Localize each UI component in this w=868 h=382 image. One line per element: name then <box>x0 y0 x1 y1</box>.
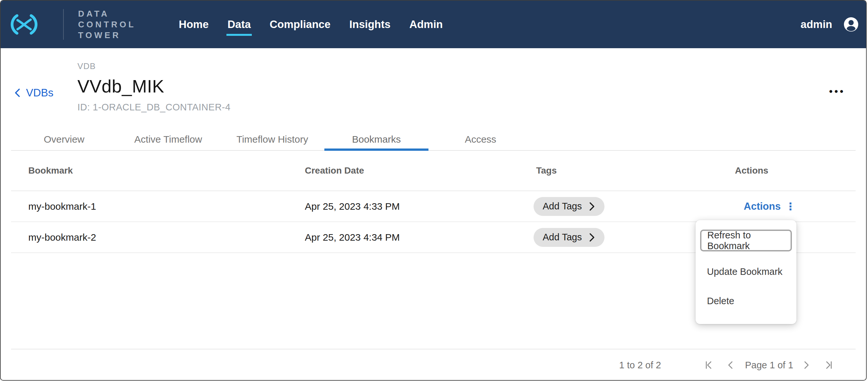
actions-menu: Refresh to Bookmark Update Bookmark Dele… <box>695 220 797 324</box>
brand-line: DATA <box>78 8 136 19</box>
next-page-button[interactable] <box>800 359 812 371</box>
user-avatar-icon[interactable] <box>843 17 859 32</box>
column-header-bookmark: Bookmark <box>11 166 288 176</box>
user-name: admin <box>801 18 832 31</box>
nav-item-insights[interactable]: Insights <box>349 18 391 31</box>
nav-user-area: admin <box>801 17 859 32</box>
last-page-button[interactable] <box>823 359 835 371</box>
kebab-menu-icon: ⋮ <box>785 201 796 212</box>
add-tags-label: Add Tags <box>542 232 582 243</box>
add-tags-label: Add Tags <box>542 201 582 212</box>
breadcrumb-back-link[interactable]: VDBs <box>14 87 53 99</box>
bookmark-name: my-bookmark-1 <box>11 201 288 212</box>
tab-overview[interactable]: Overview <box>12 129 116 150</box>
chevron-right-icon <box>588 202 595 211</box>
row-actions-label: Actions <box>744 201 781 212</box>
nav-item-data[interactable]: Data <box>227 18 251 31</box>
brand-title: DATA CONTROL TOWER <box>78 8 136 41</box>
page-title: VVdb_MIK <box>78 76 231 97</box>
more-actions-icon[interactable]: ••• <box>829 86 845 97</box>
nav-item-compliance[interactable]: Compliance <box>270 18 331 31</box>
entity-id: ID: 1-ORACLE_DB_CONTAINER-4 <box>78 102 231 113</box>
nav-item-admin[interactable]: Admin <box>409 18 443 31</box>
table-header-row: Bookmark Creation Date Tags Actions <box>11 151 856 191</box>
add-tags-button[interactable]: Add Tags <box>533 228 604 247</box>
creation-date: Apr 25, 2023 4:34 PM <box>288 232 519 243</box>
first-page-button[interactable] <box>703 359 714 371</box>
brand: DATA CONTROL TOWER <box>1 8 136 41</box>
table-row: my-bookmark-1 Apr 25, 2023 4:33 PM Add T… <box>11 191 856 222</box>
menu-item-delete[interactable]: Delete <box>695 296 797 306</box>
last-page-icon <box>823 359 835 371</box>
top-nav: DATA CONTROL TOWER Home Data Compliance … <box>1 1 866 48</box>
breadcrumb-label: VDBs <box>26 87 53 99</box>
chevron-right-icon <box>800 359 812 371</box>
tab-timeflow-history[interactable]: Timeflow History <box>220 129 324 150</box>
delphix-logo-icon <box>8 14 40 35</box>
chevron-right-icon <box>588 233 595 242</box>
tab-active-timeflow[interactable]: Active Timeflow <box>116 129 220 150</box>
brand-line: TOWER <box>78 30 136 41</box>
row-actions-button[interactable]: Actions ⋮ <box>744 201 796 212</box>
entity-type-label: VDB <box>78 61 231 71</box>
bookmark-name: my-bookmark-2 <box>11 232 288 243</box>
nav-item-home[interactable]: Home <box>179 18 209 31</box>
creation-date: Apr 25, 2023 4:33 PM <box>288 201 519 212</box>
pagination-bar: 1 to 2 of 2 Page 1 of 1 <box>11 349 856 381</box>
brand-divider <box>63 9 64 40</box>
chevron-left-icon <box>725 359 737 371</box>
menu-item-refresh-to-bookmark[interactable]: Refresh to Bookmark <box>700 230 792 252</box>
tab-bookmarks[interactable]: Bookmarks <box>324 129 429 150</box>
add-tags-button[interactable]: Add Tags <box>533 197 604 216</box>
chevron-left-icon <box>14 88 21 98</box>
previous-page-button[interactable] <box>725 359 737 371</box>
title-block: VDB VVdb_MIK ID: 1-ORACLE_DB_CONTAINER-4 <box>78 61 231 113</box>
column-header-creation-date: Creation Date <box>288 166 519 176</box>
first-page-icon <box>703 359 714 371</box>
column-header-actions: Actions <box>718 166 856 176</box>
tab-access[interactable]: Access <box>429 129 533 150</box>
main-nav: Home Data Compliance Insights Admin <box>179 18 462 31</box>
column-header-tags: Tags <box>519 166 718 176</box>
app-window: DATA CONTROL TOWER Home Data Compliance … <box>0 0 867 381</box>
pagination-range: 1 to 2 of 2 <box>619 349 661 381</box>
tab-bar: Overview Active Timeflow Timeflow Histor… <box>11 129 856 151</box>
menu-item-update-bookmark[interactable]: Update Bookmark <box>695 266 797 277</box>
page-header: VDBs VDB VVdb_MIK ID: 1-ORACLE_DB_CONTAI… <box>1 48 866 129</box>
brand-line: CONTROL <box>78 19 136 30</box>
page-indicator: Page 1 of 1 <box>745 349 793 381</box>
